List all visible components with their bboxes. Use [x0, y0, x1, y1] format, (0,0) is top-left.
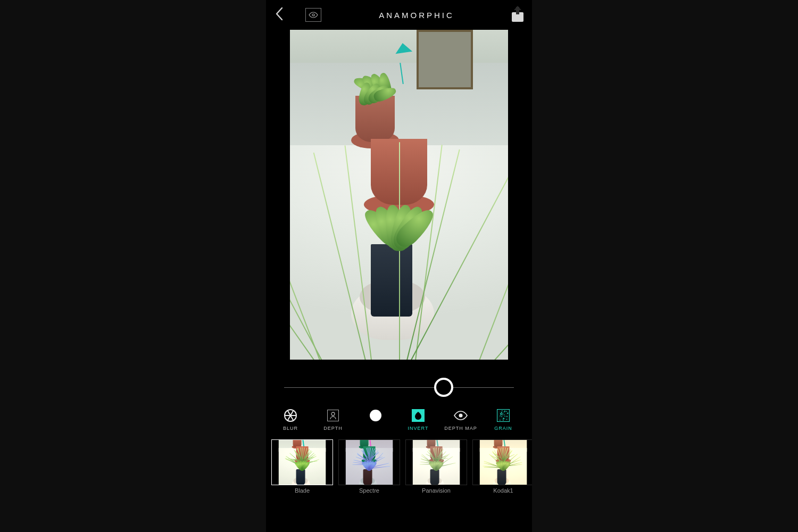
svg-point-22 — [502, 414, 503, 415]
back-chevron-icon[interactable] — [275, 6, 284, 23]
preset-label: Kodak1 — [493, 487, 513, 494]
eye-icon — [309, 12, 318, 18]
svg-point-10 — [459, 414, 463, 418]
svg-line-4 — [288, 415, 291, 421]
photo-canvas[interactable] — [290, 30, 508, 360]
svg-point-31 — [503, 419, 504, 420]
tool-grain[interactable]: GRAIN — [482, 409, 525, 431]
presets-row: BladeSpectrePanavisionKodak1 — [266, 436, 532, 494]
preset-blade[interactable]: Blade — [271, 439, 333, 494]
svg-point-0 — [312, 14, 314, 16]
svg-point-9 — [370, 410, 381, 421]
tool-depth[interactable]: DEPTH — [312, 409, 354, 431]
svg-line-3 — [290, 415, 294, 421]
portrait-icon — [326, 409, 340, 422]
adjust-slider[interactable] — [266, 369, 532, 406]
svg-point-40 — [507, 413, 508, 414]
svg-point-15 — [502, 413, 503, 414]
svg-point-21 — [500, 415, 501, 417]
preset-kodak1[interactable]: Kodak1 — [472, 439, 532, 494]
phone-frame: ANAMORPHIC BLURDEPTHINVERTDEPTH MAPGRAIN… — [266, 0, 532, 532]
slider-knob[interactable] — [434, 378, 453, 397]
svg-point-24 — [503, 418, 504, 419]
svg-point-35 — [504, 411, 505, 412]
preset-label: Spectre — [359, 487, 379, 494]
svg-point-12 — [506, 411, 507, 412]
preset-spectre[interactable]: Spectre — [338, 439, 400, 494]
preset-thumb — [271, 439, 333, 485]
svg-point-8 — [331, 412, 335, 415]
slider-track — [284, 387, 514, 388]
svg-point-29 — [500, 420, 501, 421]
photo-content — [290, 30, 508, 360]
svg-point-17 — [501, 414, 502, 415]
svg-point-23 — [503, 420, 504, 421]
share-button[interactable] — [512, 8, 523, 22]
svg-point-20 — [502, 410, 503, 411]
tool-label: INVERT — [408, 426, 429, 431]
tool-label: DEPTH — [323, 426, 343, 431]
photo-canvas-wrap — [266, 30, 532, 360]
preset-thumb — [405, 439, 467, 485]
preset-thumb — [472, 439, 532, 485]
svg-point-37 — [506, 416, 508, 417]
tool-invert[interactable]: INVERT — [397, 409, 439, 431]
tool-focus[interactable] — [354, 409, 397, 431]
preset-label: Panavision — [422, 487, 451, 494]
tool-exposure[interactable]: EXPOS — [525, 409, 532, 431]
tool-label: GRAIN — [494, 426, 512, 431]
eye-icon — [454, 409, 468, 422]
invert-icon — [411, 409, 425, 422]
svg-point-28 — [501, 412, 502, 413]
aperture-icon — [284, 409, 297, 422]
svg-line-6 — [288, 410, 291, 415]
tool-depth-map[interactable]: DEPTH MAP — [439, 409, 482, 431]
tools-row: BLURDEPTHINVERTDEPTH MAPGRAINEXPOS — [266, 406, 532, 436]
svg-point-36 — [506, 419, 508, 420]
svg-point-26 — [504, 414, 505, 415]
tool-blur[interactable]: BLUR — [269, 409, 312, 431]
dot-icon — [369, 409, 383, 422]
svg-line-7 — [290, 410, 294, 415]
preview-toggle-button[interactable] — [305, 8, 321, 22]
svg-point-38 — [501, 416, 502, 417]
svg-point-39 — [500, 413, 501, 414]
svg-point-25 — [504, 416, 505, 417]
header-bar: ANAMORPHIC — [266, 3, 532, 27]
grain-icon — [496, 409, 510, 422]
tool-label: BLUR — [283, 426, 298, 431]
preset-thumb — [338, 439, 400, 485]
preset-label: Blade — [295, 487, 310, 494]
preset-panavision[interactable]: Panavision — [405, 439, 467, 494]
app-title: ANAMORPHIC — [379, 11, 454, 20]
svg-point-27 — [501, 413, 502, 414]
tool-label: DEPTH MAP — [444, 426, 477, 431]
svg-point-30 — [504, 411, 505, 412]
